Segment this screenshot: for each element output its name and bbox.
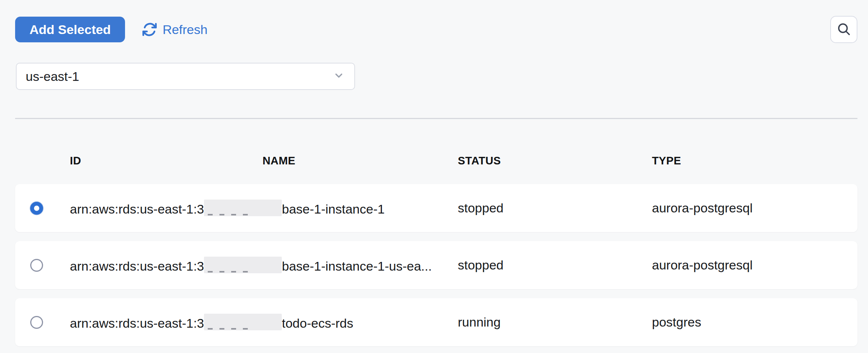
section-divider: [15, 118, 857, 119]
redaction-box: [204, 314, 282, 330]
column-header-name: NAME: [263, 155, 458, 167]
instance-type: aurora-postgresql: [652, 201, 857, 215]
instance-id-suffix: todo-ecs-rds: [282, 316, 353, 330]
instance-status: running: [458, 315, 652, 330]
chevron-down-icon: [333, 70, 344, 83]
search-button[interactable]: [830, 16, 857, 43]
instance-id-prefix: arn:aws:rds:us-east-1:3: [70, 259, 204, 273]
redaction-box: [204, 257, 282, 273]
column-header-status: STATUS: [458, 155, 652, 167]
instance-id-prefix: arn:aws:rds:us-east-1:3: [70, 202, 204, 216]
table-row[interactable]: arn:aws:rds:us-east-1:3base-1-instance-1…: [15, 184, 857, 232]
table-body: arn:aws:rds:us-east-1:3base-1-instance-1…: [15, 184, 857, 346]
refresh-icon: [142, 22, 158, 37]
radio-cell: [15, 202, 70, 215]
instance-id: arn:aws:rds:us-east-1:3base-1-instance-1…: [70, 257, 458, 274]
refresh-button[interactable]: Refresh: [142, 22, 207, 37]
instance-id: arn:aws:rds:us-east-1:3base-1-instance-1: [70, 200, 458, 217]
refresh-label: Refresh: [162, 22, 207, 37]
instance-type: postgres: [652, 315, 857, 330]
region-select-value: us-east-1: [26, 69, 79, 84]
add-selected-button[interactable]: Add Selected: [15, 17, 125, 42]
rds-instance-picker-page: Add Selected Refresh us-east: [0, 0, 868, 353]
table-row[interactable]: arn:aws:rds:us-east-1:3base-1-instance-1…: [15, 241, 857, 289]
toolbar: Add Selected Refresh: [0, 0, 868, 42]
instance-status: stopped: [458, 201, 652, 215]
table-header-row: ID NAME STATUS TYPE: [15, 140, 857, 181]
instance-id-suffix: base-1-instance-1: [282, 202, 385, 216]
radio-button[interactable]: [30, 316, 43, 329]
radio-cell: [15, 316, 70, 329]
instances-table: ID NAME STATUS TYPE arn:aws:rds:us-east-…: [15, 140, 857, 346]
radio-button[interactable]: [30, 259, 43, 272]
instance-id-suffix: base-1-instance-1-us-ea...: [282, 259, 432, 273]
instance-status: stopped: [458, 258, 652, 272]
instance-type: aurora-postgresql: [652, 258, 857, 272]
column-header-type: TYPE: [652, 155, 857, 167]
instance-id: arn:aws:rds:us-east-1:3todo-ecs-rds: [70, 314, 458, 331]
column-header-id: ID: [70, 155, 263, 167]
search-icon: [837, 22, 851, 37]
table-row[interactable]: arn:aws:rds:us-east-1:3todo-ecs-rds runn…: [15, 298, 857, 346]
radio-cell: [15, 259, 70, 272]
instance-id-prefix: arn:aws:rds:us-east-1:3: [70, 316, 204, 330]
region-select[interactable]: us-east-1: [16, 63, 355, 90]
radio-button[interactable]: [30, 202, 43, 215]
redaction-box: [204, 200, 282, 216]
